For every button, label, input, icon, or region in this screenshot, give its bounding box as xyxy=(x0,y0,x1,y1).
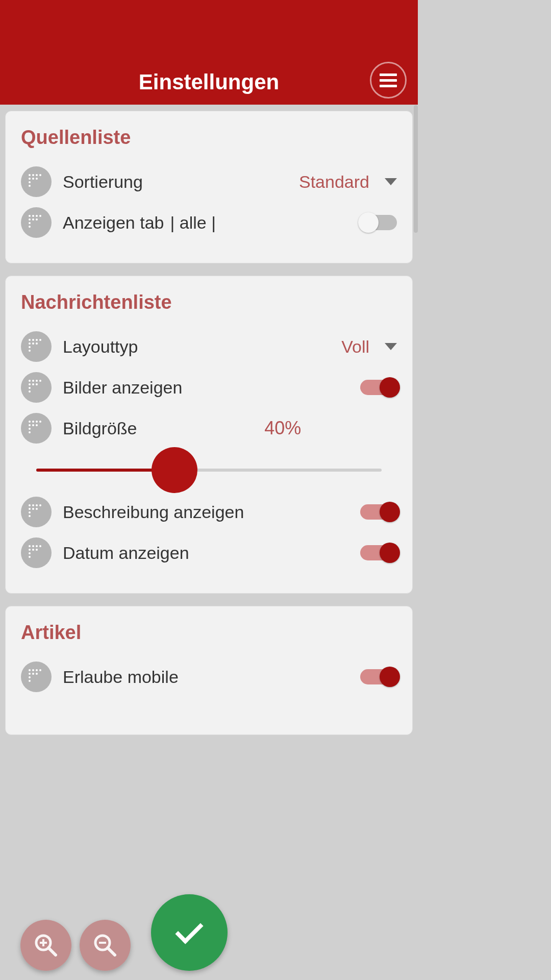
row-sortierung: Sortierung Standard xyxy=(21,163,397,201)
slider-bildgroesse[interactable] xyxy=(36,469,382,472)
svg-point-37 xyxy=(32,421,34,423)
zoom-in-button[interactable] xyxy=(20,920,71,971)
label-layouttyp: Layouttyp xyxy=(63,337,341,357)
svg-point-4 xyxy=(29,178,31,180)
svg-point-64 xyxy=(32,669,34,671)
svg-point-11 xyxy=(36,215,38,217)
hamburger-icon xyxy=(380,74,397,87)
switch-knob xyxy=(380,667,400,687)
section-artikel: Artikel Erlaube mobile xyxy=(5,606,413,735)
select-value-sortierung: Standard xyxy=(299,172,369,192)
select-value-layouttyp: Voll xyxy=(341,337,369,357)
setting-icon xyxy=(21,497,52,527)
setting-icon xyxy=(21,537,52,568)
svg-point-67 xyxy=(29,673,31,675)
label-sortierung: Sortierung xyxy=(63,172,299,192)
svg-point-52 xyxy=(32,508,34,510)
section-title-quellenliste: Quellenliste xyxy=(21,127,397,149)
slider-knob[interactable] xyxy=(152,447,197,493)
svg-point-23 xyxy=(29,346,31,348)
row-anzeigen-tab: Anzeigen tab | alle | xyxy=(21,204,397,241)
label-bildgroesse: Bildgröße xyxy=(63,419,210,438)
svg-point-18 xyxy=(29,339,31,341)
svg-point-54 xyxy=(29,545,31,547)
svg-point-26 xyxy=(36,342,38,345)
svg-line-73 xyxy=(48,948,56,955)
scrollbar[interactable] xyxy=(414,105,418,233)
switch-anzeigen-tab[interactable] xyxy=(360,215,397,230)
chevron-down-icon xyxy=(385,178,397,185)
chevron-down-icon xyxy=(385,343,397,350)
menu-button[interactable] xyxy=(370,62,407,99)
svg-point-28 xyxy=(32,380,34,382)
switch-knob xyxy=(380,502,400,522)
row-datum-anzeigen: Datum anzeigen xyxy=(21,534,397,572)
svg-point-13 xyxy=(29,218,31,220)
svg-point-21 xyxy=(39,339,41,341)
svg-point-7 xyxy=(32,178,34,180)
svg-point-61 xyxy=(32,549,34,551)
svg-point-49 xyxy=(29,508,31,510)
confirm-button[interactable] xyxy=(151,894,228,971)
svg-point-19 xyxy=(32,339,34,341)
svg-point-40 xyxy=(29,424,31,426)
svg-point-56 xyxy=(36,545,38,547)
svg-point-71 xyxy=(36,673,38,675)
switch-knob xyxy=(358,212,379,233)
row-bildgroesse: Bildgröße 40% xyxy=(21,409,397,447)
svg-point-51 xyxy=(29,515,31,517)
slider-bildgroesse-wrap xyxy=(21,450,397,478)
select-sortierung[interactable]: Standard xyxy=(299,172,397,192)
setting-icon xyxy=(21,372,52,403)
svg-point-36 xyxy=(29,421,31,423)
svg-point-12 xyxy=(39,215,41,217)
svg-point-62 xyxy=(36,549,38,551)
svg-point-70 xyxy=(32,673,34,675)
svg-point-8 xyxy=(36,178,38,180)
svg-point-33 xyxy=(29,390,31,393)
switch-datum-anzeigen[interactable] xyxy=(360,545,397,560)
svg-point-60 xyxy=(29,556,31,558)
row-bilder-anzeigen: Bilder anzeigen xyxy=(21,369,397,406)
svg-point-34 xyxy=(32,383,34,385)
svg-point-16 xyxy=(32,218,34,220)
svg-point-6 xyxy=(29,185,31,187)
svg-point-22 xyxy=(29,342,31,345)
app-header: Einstellungen xyxy=(0,0,418,105)
svg-point-65 xyxy=(36,669,38,671)
setting-icon xyxy=(21,331,52,362)
setting-icon xyxy=(21,166,52,197)
setting-icon xyxy=(21,413,52,444)
svg-point-43 xyxy=(32,424,34,426)
svg-point-30 xyxy=(39,380,41,382)
section-nachrichtenliste: Nachrichtenliste Layouttyp Voll Bilder a… xyxy=(5,276,413,594)
switch-erlaube-mobile[interactable] xyxy=(360,669,397,684)
svg-point-50 xyxy=(29,511,31,513)
svg-point-45 xyxy=(29,504,31,506)
select-layouttyp[interactable]: Voll xyxy=(341,337,397,357)
svg-point-57 xyxy=(39,545,41,547)
svg-point-10 xyxy=(32,215,34,217)
svg-point-5 xyxy=(29,181,31,183)
svg-point-24 xyxy=(29,350,31,352)
svg-point-55 xyxy=(32,545,34,547)
svg-point-47 xyxy=(36,504,38,506)
fab-row xyxy=(0,894,418,971)
svg-point-35 xyxy=(36,383,38,385)
svg-point-48 xyxy=(39,504,41,506)
svg-point-41 xyxy=(29,428,31,430)
switch-bilder-anzeigen[interactable] xyxy=(360,380,397,395)
svg-point-31 xyxy=(29,383,31,385)
svg-point-38 xyxy=(36,421,38,423)
zoom-out-button[interactable] xyxy=(80,920,131,971)
page-title: Einstellungen xyxy=(139,70,279,94)
tag-anzeigen-tab: | alle | xyxy=(170,213,361,233)
label-erlaube-mobile: Erlaube mobile xyxy=(63,667,360,687)
svg-point-46 xyxy=(32,504,34,506)
svg-point-1 xyxy=(32,174,34,176)
section-title-artikel: Artikel xyxy=(21,622,397,644)
svg-point-53 xyxy=(36,508,38,510)
switch-beschreibung-anzeigen[interactable] xyxy=(360,504,397,520)
zoom-out-icon xyxy=(91,932,119,959)
switch-knob xyxy=(380,377,400,398)
